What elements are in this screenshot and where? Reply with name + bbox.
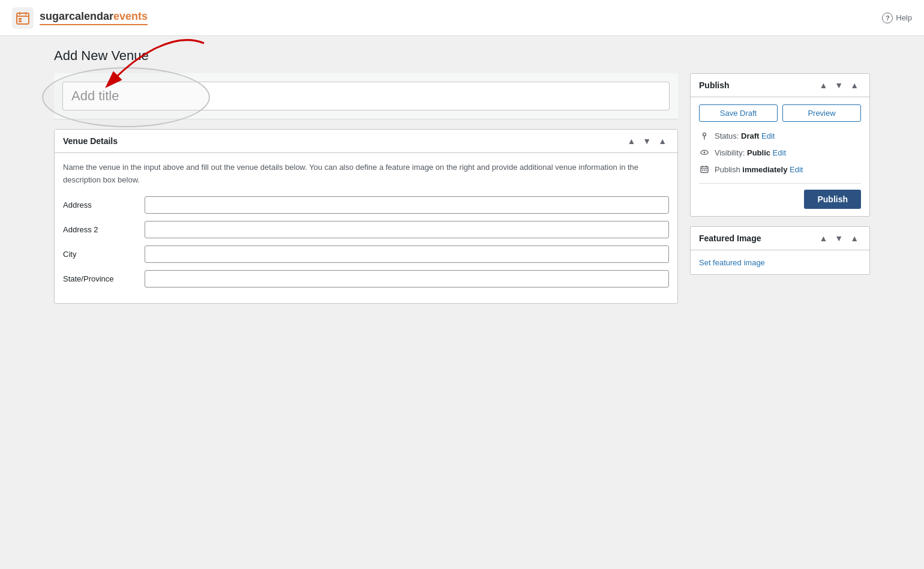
address2-label: Address 2	[63, 225, 135, 234]
sidebar-column: Publish ▲ ▼ ▲ Save Draft Preview	[690, 73, 870, 284]
publish-actions: Save Draft Preview	[699, 104, 861, 122]
state-row: State/Province	[63, 270, 669, 288]
publish-meta: Status: Draft Edit Visibility: Public Ed	[699, 130, 861, 175]
visibility-edit-link[interactable]: Edit	[773, 148, 786, 157]
publish-box: Publish ▲ ▼ ▲ Save Draft Preview	[690, 73, 870, 217]
address2-input[interactable]	[145, 221, 669, 238]
set-featured-image-link[interactable]: Set featured image	[699, 258, 765, 267]
publish-footer: Publish	[699, 183, 861, 209]
featured-image-controls: ▲ ▼ ▲	[817, 233, 861, 244]
help-link[interactable]: ? Help	[882, 13, 912, 23]
publish-box-header: Publish ▲ ▼ ▲	[691, 74, 869, 97]
venue-details-controls: ▲ ▼ ▲	[625, 136, 669, 146]
state-label: State/Province	[63, 274, 135, 283]
status-value: Draft	[741, 131, 759, 140]
featured-image-down-btn[interactable]: ▼	[832, 233, 845, 244]
venue-details-up-btn[interactable]: ▲	[625, 136, 638, 146]
featured-image-up-btn[interactable]: ▲	[817, 233, 830, 244]
visibility-row: Visibility: Public Edit	[699, 147, 861, 158]
publish-box-title: Publish	[699, 80, 730, 90]
publish-box-body: Save Draft Preview	[691, 97, 869, 216]
svg-rect-12	[706, 166, 707, 167]
address-label: Address	[63, 200, 135, 209]
visibility-label: Visibility: Public Edit	[715, 148, 786, 157]
featured-image-title: Featured Image	[699, 233, 761, 243]
publish-collapse-btn[interactable]: ▲	[848, 80, 861, 91]
venue-details-down-btn[interactable]: ▼	[640, 136, 653, 146]
publish-down-btn[interactable]: ▼	[832, 80, 845, 91]
logo-icon	[12, 7, 34, 29]
save-draft-button[interactable]: Save Draft	[699, 104, 778, 122]
city-input[interactable]	[145, 245, 669, 263]
svg-rect-2	[19, 12, 20, 15]
help-label: Help	[896, 13, 912, 22]
svg-rect-4	[19, 18, 22, 20]
logo-text-main: sugarcalendar	[40, 10, 113, 23]
venue-details-box: Venue Details ▲ ▼ ▲ Name the venue in th…	[54, 129, 678, 304]
venue-details-description: Name the venue in the input above and fi…	[63, 161, 669, 187]
page-content: Add New Venue	[42, 36, 882, 316]
title-input[interactable]	[62, 82, 670, 110]
logo-text-accent: events	[113, 10, 148, 23]
publish-button[interactable]: Publish	[804, 190, 861, 209]
title-area-wrapper	[54, 73, 678, 119]
main-column: Venue Details ▲ ▼ ▲ Name the venue in th…	[54, 73, 678, 304]
logo-underline	[40, 24, 148, 25]
status-row: Status: Draft Edit	[699, 130, 861, 141]
svg-rect-15	[706, 170, 707, 171]
publish-up-btn[interactable]: ▲	[817, 80, 830, 91]
address-row: Address	[63, 196, 669, 214]
svg-rect-5	[19, 20, 22, 22]
featured-image-body: Set featured image	[691, 250, 869, 274]
timing-label: Publish immediately Edit	[715, 165, 803, 174]
state-input[interactable]	[145, 270, 669, 288]
svg-point-9	[704, 152, 706, 154]
logo: sugarcalendarevents	[12, 7, 148, 29]
svg-rect-13	[702, 170, 703, 171]
city-row: City	[63, 245, 669, 263]
status-label: Status: Draft Edit	[715, 131, 775, 140]
status-edit-link[interactable]: Edit	[761, 131, 775, 140]
venue-details-header: Venue Details ▲ ▼ ▲	[55, 130, 677, 153]
featured-image-collapse-btn[interactable]: ▲	[848, 233, 861, 244]
page-title: Add New Venue	[54, 48, 870, 64]
svg-rect-3	[25, 12, 26, 15]
venue-details-title: Venue Details	[63, 136, 118, 146]
city-label: City	[63, 250, 135, 259]
preview-button[interactable]: Preview	[782, 104, 861, 122]
timing-icon	[699, 164, 710, 175]
venue-details-collapse-btn[interactable]: ▲	[656, 136, 669, 146]
visibility-value: Public	[747, 148, 770, 157]
address2-row: Address 2	[63, 221, 669, 238]
svg-rect-11	[702, 166, 703, 167]
visibility-icon	[699, 147, 710, 158]
publish-controls: ▲ ▼ ▲	[817, 80, 861, 91]
featured-image-box: Featured Image ▲ ▼ ▲ Set featured image	[690, 226, 870, 275]
timing-row: Publish immediately Edit	[699, 164, 861, 175]
help-circle-icon: ?	[882, 13, 893, 23]
address-input[interactable]	[145, 196, 669, 214]
status-icon	[699, 130, 710, 141]
title-area	[54, 73, 678, 119]
timing-edit-link[interactable]: Edit	[790, 165, 803, 174]
content-wrapper: Venue Details ▲ ▼ ▲ Name the venue in th…	[54, 73, 870, 304]
header: sugarcalendarevents ? Help	[0, 0, 924, 36]
timing-value: immediately	[742, 165, 787, 174]
logo-wordmark: sugarcalendarevents	[40, 10, 148, 25]
venue-details-body: Name the venue in the input above and fi…	[55, 153, 677, 303]
featured-image-header: Featured Image ▲ ▼ ▲	[691, 227, 869, 250]
svg-rect-14	[704, 170, 705, 171]
svg-rect-1	[17, 16, 29, 17]
